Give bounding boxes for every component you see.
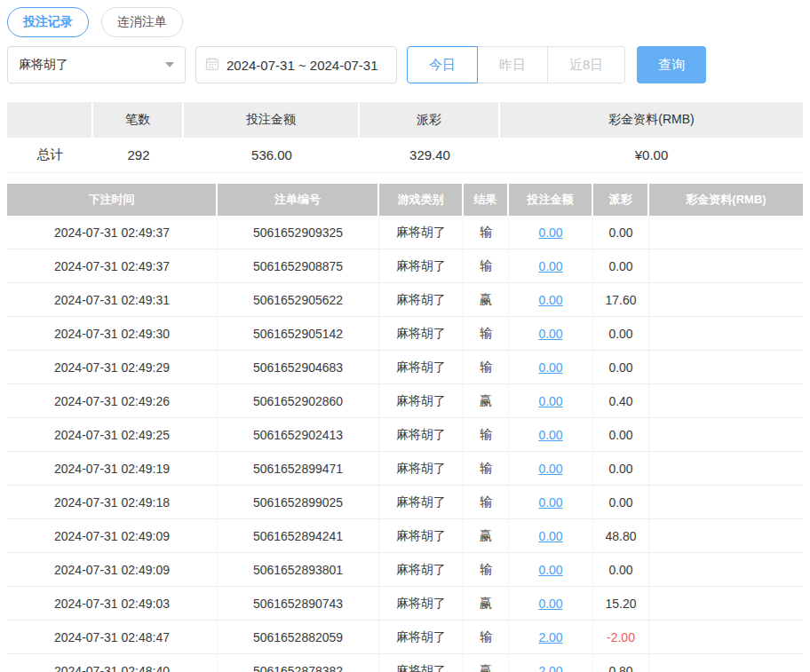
result-cell: 赢 bbox=[464, 519, 509, 552]
game-type-cell: 麻将胡了 bbox=[379, 351, 464, 383]
result-cell: 输 bbox=[464, 486, 509, 518]
summary-header-payout: 派彩 bbox=[360, 102, 500, 138]
header-bonus: 彩金资料(RMB) bbox=[649, 184, 803, 216]
result-cell: 输 bbox=[464, 216, 509, 249]
bet-amount-cell: 0.00 bbox=[509, 283, 593, 316]
today-button[interactable]: 今日 bbox=[407, 46, 478, 83]
game-select[interactable]: 麻将胡了 bbox=[7, 46, 186, 83]
bet-amount-link[interactable]: 2.00 bbox=[538, 664, 562, 672]
bonus-cell bbox=[649, 216, 803, 249]
payout-cell: 0.00 bbox=[593, 553, 649, 586]
bet-amount-link[interactable]: 0.00 bbox=[538, 360, 562, 375]
tab-cancelled-bets[interactable]: 连消注单 bbox=[101, 7, 183, 37]
game-type-cell: 麻将胡了 bbox=[379, 418, 464, 451]
table-row: 2024-07-31 02:49:185061652899025麻将胡了输0.0… bbox=[7, 486, 803, 519]
bet-time-cell: 2024-07-31 02:49:29 bbox=[7, 351, 218, 383]
bet-amount-link[interactable]: 0.00 bbox=[538, 597, 562, 611]
bet-amount-cell: 0.00 bbox=[509, 317, 593, 350]
summary-total-payout: 329.40 bbox=[360, 138, 500, 173]
header-bet-amount: 投注金额 bbox=[509, 184, 593, 216]
table-row: 2024-07-31 02:49:375061652909325麻将胡了输0.0… bbox=[7, 216, 803, 249]
game-type-cell: 麻将胡了 bbox=[379, 587, 464, 620]
header-payout: 派彩 bbox=[593, 184, 649, 216]
query-button[interactable]: 查询 bbox=[637, 46, 706, 83]
bet-id-cell: 5061652882059 bbox=[218, 621, 379, 653]
bet-amount-link[interactable]: 0.00 bbox=[538, 259, 562, 273]
payout-cell: 0.00 bbox=[593, 249, 649, 282]
bet-amount-cell: 0.00 bbox=[509, 216, 593, 249]
bet-amount-link[interactable]: 0.00 bbox=[538, 293, 562, 307]
bet-time-cell: 2024-07-31 02:49:09 bbox=[7, 553, 218, 586]
bet-amount-cell: 0.00 bbox=[509, 249, 593, 282]
result-cell: 赢 bbox=[464, 587, 509, 620]
bonus-cell bbox=[649, 553, 803, 586]
bet-amount-link[interactable]: 0.00 bbox=[538, 462, 562, 476]
header-result: 结果 bbox=[464, 184, 509, 216]
table-row: 2024-07-31 02:49:265061652902860麻将胡了赢0.0… bbox=[7, 384, 803, 418]
bet-id-cell: 5061652902860 bbox=[218, 384, 379, 417]
summary-total-bonus: ¥0.00 bbox=[500, 138, 803, 173]
game-type-cell: 麻将胡了 bbox=[379, 283, 464, 316]
tab-bet-records[interactable]: 投注记录 bbox=[7, 7, 89, 37]
summary-total-count: 292 bbox=[93, 138, 184, 173]
date-range-input[interactable]: 2024-07-31 ~ 2024-07-31 bbox=[195, 46, 397, 83]
bonus-cell bbox=[649, 249, 803, 282]
result-cell: 赢 bbox=[464, 384, 509, 417]
header-bet-time: 下注时间 bbox=[7, 184, 218, 216]
bet-amount-link[interactable]: 2.00 bbox=[538, 630, 562, 644]
game-type-cell: 麻将胡了 bbox=[379, 452, 464, 485]
payout-cell: 0.00 bbox=[593, 216, 649, 249]
bet-amount-link[interactable]: 0.00 bbox=[538, 529, 562, 543]
game-type-cell: 麻将胡了 bbox=[379, 654, 464, 672]
bet-id-cell: 5061652878382 bbox=[218, 654, 379, 672]
bet-id-cell: 5061652894241 bbox=[218, 519, 379, 552]
summary-table: 笔数 投注金额 派彩 彩金资料(RMB) 总计 292 536.00 329.4… bbox=[7, 102, 803, 173]
table-row: 2024-07-31 02:49:295061652904683麻将胡了输0.0… bbox=[7, 351, 803, 384]
payout-cell: 0.00 bbox=[593, 317, 649, 350]
bet-id-cell: 5061652893801 bbox=[218, 553, 379, 586]
summary-total-label: 总计 bbox=[7, 138, 93, 173]
table-body: 2024-07-31 02:49:375061652909325麻将胡了输0.0… bbox=[7, 216, 803, 672]
table-row: 2024-07-31 02:49:375061652908875麻将胡了输0.0… bbox=[7, 249, 803, 283]
bet-id-cell: 5061652899025 bbox=[218, 486, 379, 518]
bet-amount-link[interactable]: 0.00 bbox=[538, 495, 562, 510]
bonus-cell bbox=[649, 486, 803, 518]
bet-id-cell: 5061652899471 bbox=[218, 452, 379, 485]
summary-header-empty bbox=[7, 102, 93, 138]
bonus-cell bbox=[649, 283, 803, 316]
table-row: 2024-07-31 02:49:305061652905142麻将胡了输0.0… bbox=[7, 317, 803, 351]
result-cell: 输 bbox=[464, 553, 509, 586]
bet-amount-link[interactable]: 0.00 bbox=[538, 428, 562, 442]
bet-id-cell: 5061652908875 bbox=[218, 249, 379, 282]
bet-amount-cell: 0.00 bbox=[509, 486, 593, 518]
result-cell: 输 bbox=[464, 452, 509, 485]
bonus-cell bbox=[649, 351, 803, 383]
bet-time-cell: 2024-07-31 02:49:30 bbox=[7, 317, 218, 350]
table-row: 2024-07-31 02:49:315061652905622麻将胡了赢0.0… bbox=[7, 283, 803, 317]
bet-amount-link[interactable]: 0.00 bbox=[538, 563, 562, 577]
bet-time-cell: 2024-07-31 02:49:19 bbox=[7, 452, 218, 485]
bet-amount-link[interactable]: 0.00 bbox=[538, 394, 562, 408]
payout-cell: 0.80 bbox=[593, 654, 649, 672]
calendar-icon bbox=[205, 57, 219, 74]
bonus-cell bbox=[649, 418, 803, 451]
yesterday-button[interactable]: 昨日 bbox=[478, 46, 548, 83]
table-row: 2024-07-31 02:49:195061652899471麻将胡了输0.0… bbox=[7, 452, 803, 486]
bonus-cell bbox=[649, 621, 803, 653]
bet-time-cell: 2024-07-31 02:49:37 bbox=[7, 216, 218, 249]
payout-cell: 0.40 bbox=[593, 384, 649, 417]
bonus-cell bbox=[649, 384, 803, 417]
payout-cell: 0.00 bbox=[593, 418, 649, 451]
last8days-button[interactable]: 近8日 bbox=[548, 46, 625, 83]
bet-amount-link[interactable]: 0.00 bbox=[538, 225, 562, 240]
payout-cell: 17.60 bbox=[593, 283, 649, 316]
result-cell: 输 bbox=[464, 418, 509, 451]
table-row: 2024-07-31 02:48:405061652878382麻将胡了赢2.0… bbox=[7, 654, 803, 672]
summary-total-bet-amount: 536.00 bbox=[184, 138, 360, 173]
top-tabs: 投注记录 连消注单 bbox=[0, 0, 810, 37]
result-cell: 赢 bbox=[464, 654, 509, 672]
bet-amount-cell: 0.00 bbox=[509, 418, 593, 451]
bet-id-cell: 5061652904683 bbox=[218, 351, 379, 383]
bet-amount-link[interactable]: 0.00 bbox=[538, 327, 562, 341]
bet-amount-cell: 0.00 bbox=[509, 351, 593, 383]
